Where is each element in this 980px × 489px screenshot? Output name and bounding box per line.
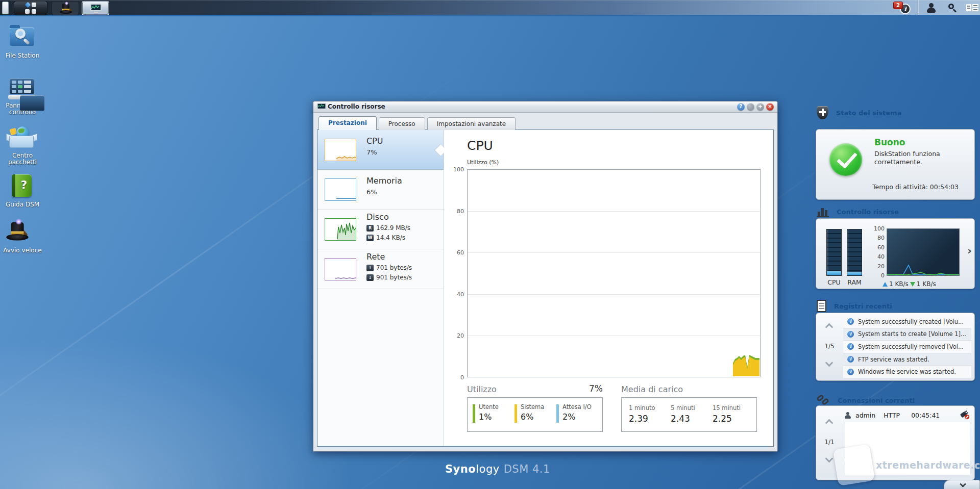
close-button[interactable]: × [766,103,774,111]
resource-value: 7% [366,148,377,156]
y-tick: 60 [446,249,464,256]
list-item-rete[interactable]: Rete ↑ 701 bytes/s ↓ 901 bytes/s [317,249,444,289]
load-1min: 1 minuto 2.39 [629,404,671,431]
pager-down-button[interactable] [825,455,834,463]
pager-up-button[interactable] [825,419,834,427]
pager-down-button[interactable] [825,359,834,367]
maximize-button[interactable]: + [756,103,764,111]
desktop-icon-control-panel[interactable]: Pannello di controllo [1,74,44,116]
network-mini-chart [887,228,960,276]
show-desktop-button[interactable] [2,2,9,14]
window-title: Controllo risorse [328,101,385,112]
load-5min: 5 minuti 2.43 [671,404,713,431]
resource-monitor-window: Controllo risorse ? + × Prestazioni Proc… [313,101,778,452]
cpu-utilization-chart [467,169,761,377]
legend-color-sistema [514,404,517,423]
taskbar-app-quick-launch[interactable] [52,1,79,15]
user-icon [845,412,851,419]
log-entry[interactable]: iWindows file service was started. [843,366,971,378]
mini-y-tick: 60 [867,244,885,251]
list-item-memoria[interactable]: Memoria 6% [317,170,444,210]
upload-arrow-icon: ↑ [366,265,374,271]
help-button[interactable]: ? [737,103,745,111]
write-badge-icon: W [366,235,374,241]
tab-impostazioni-avanzate[interactable]: Impostazioni avanzate [427,117,516,130]
desktop-icon-file-station[interactable]: File Station [1,24,44,59]
taskbar-separator [918,0,918,15]
rete-thumbnail [325,258,356,280]
logs-pager: 1/5 [816,313,843,380]
system-status-panel: Buono DiskStation funziona correttamente… [816,129,975,200]
list-item-cpu[interactable]: CPU 7% [317,130,444,170]
log-entry[interactable]: iSystem starts to create [Volume 1]... [843,328,971,341]
main-menu-icon [25,3,36,14]
y-tick: 0 [446,374,464,381]
resource-monitor-icon [90,4,102,12]
mini-y-tick: 0 [867,272,885,279]
mini-y-tick: 40 [867,253,885,260]
download-rate: 1 KB/s [917,280,936,288]
net-down-value: 901 bytes/s [376,274,412,281]
info-icon: i [847,343,854,350]
log-entry[interactable]: iFTP service was started. [843,353,971,366]
widget-sidebar: Stato del sistema Buono DiskStation funz… [815,105,977,489]
tab-processo[interactable]: Processo [379,117,425,130]
taskbar-app-resource-monitor[interactable] [82,1,109,15]
load-average-box: 1 minuto 2.39 5 minuti 2.43 15 minuti 2.… [621,397,757,432]
pager-up-button[interactable] [825,323,834,331]
brand-bold: Syno [445,463,476,475]
notification-badge: 2 [893,2,903,9]
user-icon [926,3,937,13]
resource-list: CPU 7% Memoria 6% Disco R 162.9 MB/s [317,130,444,446]
desktop-icon-dsm-help[interactable]: ? Guida DSM [1,173,44,208]
sidebar-collapse-tab[interactable] [944,480,980,489]
pager-position: 1/1 [816,439,843,446]
minimize-button[interactable] [747,103,754,111]
status-description: DiskStation funziona correttamente. [874,150,964,166]
connection-user: admin [855,411,875,419]
file-station-icon [1,24,44,50]
desktop-icon-label: Centro pacchetti [1,152,44,166]
desktop-icon-package-center[interactable]: Centro pacchetti [1,124,44,166]
chevron-down-icon [960,481,966,487]
search-icon [948,3,958,13]
info-icon: i [847,369,854,375]
info-icon: i [847,318,854,325]
legend-attesa-io: Attesa I/O 2% [556,403,598,431]
upload-rate: 1 KB/s [889,280,909,288]
user-menu-button[interactable] [924,1,939,15]
main-menu-button[interactable] [14,1,47,15]
pager-position: 1/5 [816,343,843,350]
list-item-disco[interactable]: Disco R 162.9 MB/s W 14.4 KB/s [317,210,444,249]
log-entry[interactable]: iSystem successfully removed [Vol... [843,341,971,353]
cpu-stacked-area [733,346,760,376]
tab-prestazioni[interactable]: Prestazioni [318,116,377,130]
net-up-value: 701 bytes/s [376,264,412,271]
connection-row[interactable]: admin HTTP 00:45:41 [845,410,970,420]
download-arrow-icon [910,282,915,287]
pilot-view-button[interactable] [965,1,980,15]
usage-legend: Utente 1% Sistema 6% Attesa I/O 2% [467,397,603,432]
log-entry[interactable]: iSystem successfully created [Volu... [843,316,971,328]
window-titlebar[interactable]: Controllo risorse ? + × [313,101,777,113]
widget-title: Connessioni correnti [838,397,915,404]
legend-color-attesa [556,404,559,423]
legend-sistema: Sistema 6% [514,403,556,431]
disk-read-line: R 162.9 MB/s [366,224,410,231]
bar-chart-icon [817,206,829,217]
y-tick: 80 [446,208,464,215]
control-panel-icon [1,74,44,100]
open-resource-monitor-chevron[interactable]: › [967,244,972,257]
memoria-thumbnail [325,178,356,201]
disconnect-icon[interactable] [960,411,969,419]
ram-gauge-label: RAM [847,278,862,286]
desktop-icon-quick-launch[interactable]: Avvio veloce [1,219,44,254]
recent-logs-header: Registri recenti [817,299,892,313]
disk-read-value: 162.9 MB/s [376,224,410,231]
taskbar: 2 i [0,0,980,16]
pane-title: CPU [467,138,493,153]
resource-name: Disco [366,212,389,222]
search-button[interactable] [945,1,961,15]
info-icon: i [847,356,854,363]
watermark-text: xtremehardware.com [876,459,980,471]
